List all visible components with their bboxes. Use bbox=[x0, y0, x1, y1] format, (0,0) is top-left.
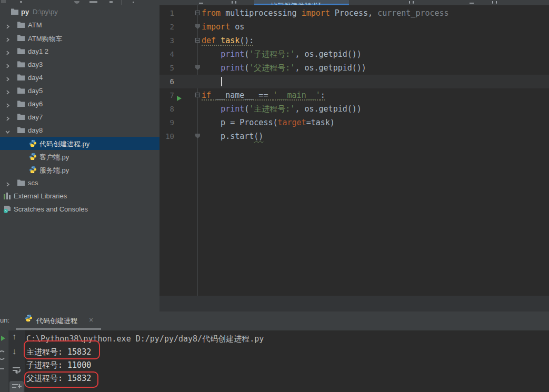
line-number: 7 bbox=[159, 88, 174, 102]
chevron-right-icon[interactable] bbox=[5, 180, 10, 188]
chevron-right-icon[interactable] bbox=[5, 115, 10, 123]
python-file-icon[interactable] bbox=[440, 0, 447, 5]
tree-item-label: py bbox=[21, 8, 29, 16]
folder-icon bbox=[17, 100, 25, 109]
code-line[interactable]: 2import os bbox=[159, 20, 549, 34]
tree-item-label: day7 bbox=[28, 113, 43, 121]
tree-item-label: day8 bbox=[28, 126, 43, 134]
code-text: from multiprocessing import Process, cur… bbox=[202, 6, 449, 20]
console-output-line: 子进程号: 11000 bbox=[26, 359, 91, 372]
line-number: 5 bbox=[159, 61, 174, 75]
fold-marker-icon[interactable] bbox=[195, 134, 200, 138]
tab-text-remnant bbox=[496, 1, 497, 4]
chevron-right-icon[interactable] bbox=[5, 36, 10, 44]
tree-item[interactable]: day4 bbox=[0, 71, 159, 84]
run-stripe-toolbar bbox=[0, 330, 9, 392]
tree-item[interactable]: scs bbox=[0, 176, 159, 189]
line-number: 10 bbox=[159, 129, 174, 143]
code-line[interactable]: 7if __name__ == '__main__': bbox=[159, 88, 549, 102]
restart-icon[interactable] bbox=[0, 350, 6, 360]
folder-icon bbox=[17, 74, 25, 83]
fold-marker-icon[interactable] bbox=[195, 93, 200, 97]
chevron-right-icon[interactable] bbox=[5, 75, 10, 83]
tree-item[interactable]: day8 bbox=[0, 124, 159, 137]
code-text: print('子进程号:', os.getpid()) bbox=[202, 47, 362, 61]
fold-marker-icon[interactable] bbox=[195, 24, 200, 29]
chevron-down-icon[interactable] bbox=[5, 128, 10, 136]
tab-text-remnant bbox=[470, 3, 474, 4]
tree-item[interactable]: 客户端.py bbox=[0, 150, 159, 163]
tree-item[interactable]: ATM购物车 bbox=[0, 32, 159, 45]
code-line[interactable]: 4 print('子进程号:', os.getpid()) bbox=[159, 47, 549, 61]
line-number: 1 bbox=[159, 6, 174, 20]
console-output-line: 父进程号: 15832 bbox=[26, 372, 91, 385]
tree-item-label: day5 bbox=[28, 87, 43, 95]
tree-item-label: 客户端.py bbox=[39, 153, 69, 162]
code-line[interactable]: 8 print('主进程号:', os.getpid()) bbox=[159, 102, 549, 116]
tree-item[interactable]: External Libraries bbox=[0, 189, 159, 203]
code-line[interactable]: 3def task(): bbox=[159, 34, 549, 47]
code-line[interactable]: 1from multiprocessing import Process, cu… bbox=[159, 6, 549, 20]
code-line[interactable]: 10 p.start() bbox=[159, 129, 549, 143]
tab-text-remnant bbox=[232, 1, 233, 4]
editor-tab-strip[interactable]: 代码创建进程.py bbox=[0, 0, 549, 5]
fold-marker-icon[interactable] bbox=[195, 65, 200, 70]
console-output-line: 主进程号: 15832 bbox=[26, 346, 91, 359]
external-libraries-icon bbox=[3, 192, 12, 201]
tree-item-path: D:\py\py bbox=[33, 8, 58, 16]
fold-marker-icon[interactable] bbox=[195, 38, 200, 43]
soft-wrap-icon[interactable] bbox=[11, 365, 22, 376]
python-file-icon[interactable] bbox=[162, 0, 170, 5]
run-toolwindow-header: un: 代码创建进程 × bbox=[0, 311, 549, 330]
code-line[interactable]: 9 p = Process(target=task) bbox=[159, 116, 549, 129]
tree-item[interactable]: day6 bbox=[0, 97, 159, 110]
run-tab-indicator bbox=[16, 328, 101, 330]
tree-item-label: day1 2 bbox=[28, 47, 48, 55]
rerun-icon[interactable] bbox=[1, 335, 6, 341]
chevron-right-icon[interactable] bbox=[5, 62, 10, 70]
tree-item[interactable]: day1 2 bbox=[0, 45, 159, 58]
run-tab-label[interactable]: 代码创建进程 bbox=[36, 316, 77, 326]
run-console: ↑ ↓ C:\Python38\python.exe D:/py/py/day8… bbox=[0, 330, 549, 392]
toolbar-remnant bbox=[89, 1, 97, 3]
tree-item[interactable]: 服务端.py bbox=[0, 163, 159, 176]
pycharm-window: 代码创建进程.py py D:\py\py ATM ATM购物车 day1 2 bbox=[0, 0, 549, 392]
toolbar-remnant bbox=[20, 1, 22, 3]
editor-bottom-band bbox=[159, 296, 549, 311]
code-line[interactable]: 5 print('父进程号:', os.getppid()) bbox=[159, 61, 549, 75]
folder-icon bbox=[17, 47, 25, 56]
console-settings-button[interactable] bbox=[9, 381, 24, 392]
code-line[interactable]: 6 bbox=[159, 75, 549, 88]
python-file-icon[interactable] bbox=[541, 0, 549, 5]
down-arrow-icon[interactable]: ↓ bbox=[12, 347, 16, 356]
chevron-right-icon[interactable] bbox=[5, 23, 10, 31]
project-tree[interactable]: py D:\py\py ATM ATM购物车 day1 2 day3 day4 … bbox=[0, 5, 159, 311]
toolbar-remnant bbox=[133, 2, 134, 3]
up-arrow-icon[interactable]: ↑ bbox=[12, 332, 16, 341]
console-command-line: C:\Python38\python.exe D:/py/py/day8/代码创… bbox=[26, 333, 264, 346]
python-file-icon[interactable] bbox=[354, 0, 362, 5]
chevron-right-icon[interactable] bbox=[5, 88, 10, 96]
folder-icon bbox=[17, 179, 25, 188]
line-number: 6 bbox=[159, 75, 174, 88]
tree-item[interactable]: day7 bbox=[0, 110, 159, 124]
tab-text-remnant bbox=[235, 1, 236, 4]
tree-item[interactable]: day3 bbox=[0, 58, 159, 71]
code-text: print('父进程号:', os.getppid()) bbox=[202, 61, 366, 75]
tree-item-label: Scratches and Consoles bbox=[14, 205, 88, 213]
tree-item[interactable]: 代码创建进程.py bbox=[0, 137, 159, 150]
python-file-icon[interactable] bbox=[261, 0, 268, 5]
scratches-icon bbox=[3, 205, 12, 215]
tree-item[interactable]: ATM bbox=[0, 18, 159, 32]
code-editor[interactable]: 1from multiprocessing import Process, cu… bbox=[159, 5, 549, 296]
close-icon[interactable]: × bbox=[89, 316, 93, 324]
toolbar-divider bbox=[121, 0, 122, 5]
chevron-right-icon[interactable] bbox=[5, 49, 10, 57]
tree-item[interactable]: py D:\py\py bbox=[0, 5, 159, 18]
stop-icon[interactable] bbox=[0, 368, 4, 369]
tree-item[interactable]: Scratches and Consoles bbox=[0, 203, 159, 216]
tree-item[interactable]: day5 bbox=[0, 84, 159, 97]
tree-item-label: day4 bbox=[28, 74, 43, 82]
chevron-right-icon[interactable] bbox=[5, 102, 10, 109]
fold-marker-icon[interactable] bbox=[195, 11, 200, 15]
